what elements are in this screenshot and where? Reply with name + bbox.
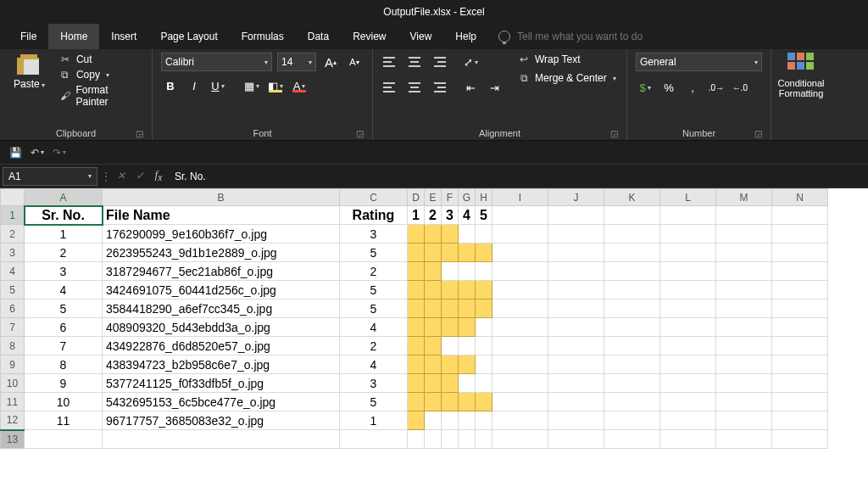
cell-A1[interactable]: Sr. No. [25,206,103,225]
dialog-launcher-icon[interactable]: ◲ [610,129,618,138]
cell-J1[interactable] [548,206,604,225]
cell-I11[interactable] [492,393,548,411]
cell-E9[interactable] [425,355,442,374]
tell-me-search[interactable] [498,24,704,49]
cut-button[interactable]: ✂Cut [57,53,143,66]
cell-D1[interactable]: 1 [408,206,425,225]
cell-J11[interactable] [548,393,604,411]
cell-C1[interactable]: Rating [340,206,408,225]
cell-A5[interactable]: 4 [25,281,103,299]
tab-formulas[interactable]: Formulas [230,24,296,49]
cell-E10[interactable] [425,374,442,393]
cell-M8[interactable] [716,337,772,355]
cell-M3[interactable] [716,244,772,262]
cell-A8[interactable]: 7 [25,337,103,355]
column-header-G[interactable]: G [459,189,476,206]
cell-L9[interactable] [660,355,716,374]
cell-B3[interactable]: 2623955243_9d1b1e2889_o.jpg [103,244,340,262]
column-header-M[interactable]: M [716,189,772,206]
cell-M6[interactable] [716,299,772,318]
cell-C7[interactable]: 4 [340,318,408,337]
wrap-text-button[interactable]: ↩Wrap Text [515,53,618,66]
undo-button[interactable]: ↶▾ [31,146,44,160]
cell-H4[interactable] [476,262,492,281]
cell-J12[interactable] [548,411,604,430]
cell-E7[interactable] [425,318,442,337]
align-bottom-button[interactable] [429,53,448,71]
column-header-H[interactable]: H [476,189,492,206]
cancel-icon[interactable]: ✕ [112,170,131,182]
name-box[interactable]: A1▾ [3,167,97,186]
cell-A11[interactable]: 10 [25,393,103,411]
cell-M5[interactable] [716,281,772,299]
cell-L11[interactable] [660,393,716,411]
cell-N6[interactable] [772,299,828,318]
tab-review[interactable]: Review [341,24,398,49]
tell-me-input[interactable] [517,31,704,42]
cell-F12[interactable] [442,411,459,430]
cell-A3[interactable]: 2 [25,244,103,262]
cell-N4[interactable] [772,262,828,281]
cell-G4[interactable] [459,262,476,281]
cell-E6[interactable] [425,299,442,318]
tab-home[interactable]: Home [48,24,99,49]
cell-H9[interactable] [476,355,492,374]
number-format-combo[interactable]: General▾ [636,53,762,71]
cell-F6[interactable] [442,299,459,318]
borders-button[interactable]: ▦▾ [242,76,261,95]
cell-D9[interactable] [408,355,425,374]
cell-I13[interactable] [492,430,548,449]
cell-J2[interactable] [548,225,604,244]
cell-L13[interactable] [660,430,716,449]
decrease-indent-button[interactable]: ⇤ [461,78,480,97]
cell-D13[interactable] [408,430,425,449]
cell-L1[interactable] [660,206,716,225]
paste-button[interactable]: Paste▾ [8,53,50,90]
cell-H2[interactable] [476,225,492,244]
cell-B5[interactable]: 3424691075_60441d256c_o.jpg [103,281,340,299]
cell-K13[interactable] [604,430,660,449]
cell-A9[interactable]: 8 [25,355,103,374]
cell-G3[interactable] [459,244,476,262]
cell-M11[interactable] [716,393,772,411]
cell-G10[interactable] [459,374,476,393]
cell-E12[interactable] [425,411,442,430]
column-header-C[interactable]: C [340,189,408,206]
cell-G13[interactable] [459,430,476,449]
cell-J13[interactable] [548,430,604,449]
decrease-font-icon[interactable]: A▾ [345,53,364,71]
cell-I3[interactable] [492,244,548,262]
cell-H1[interactable]: 5 [476,206,492,225]
italic-button[interactable]: I [185,76,203,95]
cell-K2[interactable] [604,225,660,244]
cell-L8[interactable] [660,337,716,355]
cell-J9[interactable] [548,355,604,374]
cell-L10[interactable] [660,374,716,393]
cell-F3[interactable] [442,244,459,262]
row-header-5[interactable]: 5 [1,281,25,299]
cell-C6[interactable]: 5 [340,299,408,318]
cell-H11[interactable] [476,393,492,411]
cell-I9[interactable] [492,355,548,374]
cell-E11[interactable] [425,393,442,411]
align-middle-button[interactable] [405,53,424,71]
enter-icon[interactable]: ✓ [131,170,149,182]
row-header-2[interactable]: 2 [1,225,25,244]
cell-C11[interactable]: 5 [340,393,408,411]
font-color-button[interactable]: A▾ [290,76,309,95]
row-header-1[interactable]: 1 [1,206,25,225]
cell-F13[interactable] [442,430,459,449]
cell-J8[interactable] [548,337,604,355]
cell-G8[interactable] [459,337,476,355]
cell-M9[interactable] [716,355,772,374]
increase-decimal-button[interactable]: .0→ [707,78,726,97]
cell-B2[interactable]: 176290099_9e160b36f7_o.jpg [103,225,340,244]
column-header-A[interactable]: A [25,189,103,206]
cell-B6[interactable]: 3584418290_a6ef7cc345_o.jpg [103,299,340,318]
increase-font-icon[interactable]: A▴ [321,53,340,71]
align-center-button[interactable] [405,78,424,97]
cell-M4[interactable] [716,262,772,281]
cell-D4[interactable] [408,262,425,281]
cell-H8[interactable] [476,337,492,355]
row-header-10[interactable]: 10 [1,374,25,393]
